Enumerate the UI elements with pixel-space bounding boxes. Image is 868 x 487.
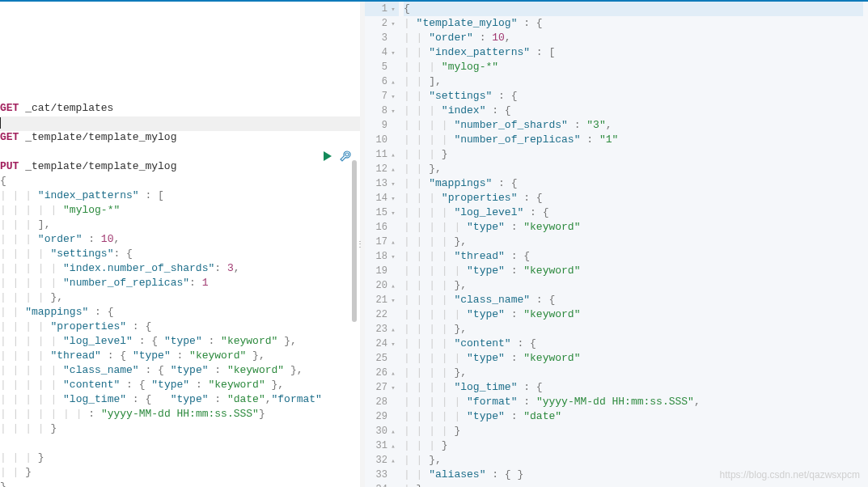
code-line[interactable]: | | | | "content" : { xyxy=(404,337,863,351)
code-line[interactable]: | | "order" : 10, xyxy=(404,31,863,45)
code-line[interactable]: | | | ], xyxy=(0,218,360,233)
code-line[interactable]: | | | } xyxy=(404,438,863,453)
request-editor[interactable]: GET _cat/templatesGET _template/template… xyxy=(0,2,360,487)
code-line[interactable]: | | | | "properties" : { xyxy=(0,320,360,335)
response-code: {| "template_mylog" : {| | "order" : 10,… xyxy=(404,2,868,487)
gutter-line: 29 xyxy=(365,409,399,424)
gutter-line: 32▴ xyxy=(365,453,399,468)
code-line[interactable]: | | | | | "index.number_of_shards": 3, xyxy=(0,262,360,277)
gutter-line: 20▴ xyxy=(365,278,399,293)
gutter-line: 24▾ xyxy=(365,337,399,351)
code-line[interactable]: | | | | "log_time" : { xyxy=(404,380,863,395)
code-line[interactable]: | | | | "log_level" : { xyxy=(404,205,863,220)
code-line[interactable]: | | "settings" : { xyxy=(404,89,863,104)
gutter-line: 30▴ xyxy=(365,424,399,438)
gutter-line: 1▾ xyxy=(365,2,399,16)
code-line[interactable]: | | | | | "type" : "keyword" xyxy=(404,307,863,322)
code-line[interactable]: | | | | "class_name" : { xyxy=(404,293,863,307)
gutter-line: 21▾ xyxy=(365,293,399,307)
gutter-line: 15▾ xyxy=(365,205,399,220)
code-line[interactable] xyxy=(0,146,360,160)
code-line[interactable]: | | | | } xyxy=(404,424,863,438)
line-actions xyxy=(322,150,351,162)
gutter-line: 9 xyxy=(365,118,399,133)
code-line[interactable] xyxy=(0,116,360,131)
gutter-line: 19 xyxy=(365,264,399,278)
code-line[interactable]: | | | "order" : 10, xyxy=(0,233,360,248)
gutter-line: 14▾ xyxy=(365,191,399,205)
gutter-line: 31▴ xyxy=(365,438,399,453)
code-line[interactable] xyxy=(0,437,360,451)
gutter-line: 26▴ xyxy=(365,366,399,380)
code-line[interactable]: | | | | "thread" : { "type" : "keyword" … xyxy=(0,349,360,364)
code-line[interactable]: | | | | } xyxy=(0,422,360,437)
code-line[interactable]: | | "index_patterns" : [ xyxy=(404,45,863,60)
gutter-line: 7▾ xyxy=(365,89,399,104)
code-line[interactable] xyxy=(0,58,360,73)
code-line[interactable]: | | }, xyxy=(404,453,863,468)
code-line[interactable]: | | | | "number_of_shards" : "3", xyxy=(404,118,863,133)
code-line[interactable]: | | "mappings" : { xyxy=(0,306,360,320)
gutter-line: 12▴ xyxy=(365,162,399,176)
gutter-line: 28 xyxy=(365,395,399,409)
gutter-line: 3 xyxy=(365,31,399,45)
code-line[interactable]: | | }, xyxy=(404,162,863,176)
code-line[interactable]: | | | | | | | : "yyyy-MM-dd HH:mm:ss.SSS… xyxy=(0,408,360,422)
code-line[interactable]: | | | | | "class_name" : { "type" : "key… xyxy=(0,364,360,379)
code-line[interactable]: | | | | }, xyxy=(404,322,863,337)
code-line[interactable]: | | | | | "number_of_replicas": 1 xyxy=(0,277,360,291)
play-icon[interactable] xyxy=(322,150,333,162)
code-line[interactable]: | | | "mylog-*" xyxy=(404,60,863,74)
response-viewer[interactable]: 1▾2▾34▾56▴7▾8▾91011▴12▴13▾14▾15▾1617▴18▾… xyxy=(365,2,868,487)
code-line[interactable]: | | | | | "type" : "keyword" xyxy=(404,220,863,235)
code-line[interactable]: | | } xyxy=(0,466,360,481)
gutter-line: 4▾ xyxy=(365,45,399,60)
code-line[interactable]: | | | | | "type" : "date" xyxy=(404,409,863,424)
gutter-line: 23▴ xyxy=(365,322,399,337)
gutter-line: 5 xyxy=(365,60,399,74)
code-line[interactable] xyxy=(0,87,360,102)
code-line[interactable]: { xyxy=(404,2,863,16)
gutter-line: 34▴ xyxy=(365,482,399,487)
gutter-line: 18▾ xyxy=(365,249,399,264)
gutter-line: 11▴ xyxy=(365,147,399,162)
line-gutter: 1▾2▾34▾56▴7▾8▾91011▴12▴13▾14▾15▾1617▴18▾… xyxy=(365,2,404,487)
code-line[interactable]: { xyxy=(0,175,360,189)
code-line[interactable]: | "template_mylog" : { xyxy=(404,16,863,31)
code-line[interactable]: | | | | | "content" : { "type" : "keywor… xyxy=(0,379,360,393)
code-line[interactable]: | | "aliases" : { } xyxy=(404,468,863,482)
gutter-line: 10 xyxy=(365,133,399,147)
code-line[interactable]: | | | | }, xyxy=(0,291,360,306)
code-line[interactable]: | | "mappings" : { xyxy=(404,176,863,191)
code-line[interactable]: | | | | | "mylog-*" xyxy=(0,204,360,218)
code-line[interactable]: | | | | | "type" : "keyword" xyxy=(404,264,863,278)
code-line[interactable]: | | | | | "type" : "keyword" xyxy=(404,351,863,366)
code-line[interactable]: | | | | "number_of_replicas" : "1" xyxy=(404,133,863,147)
code-line[interactable]: | | | } xyxy=(404,147,863,162)
code-line[interactable]: GET _template/template_mylog xyxy=(0,131,360,146)
code-line[interactable]: GET _cat/templates xyxy=(0,102,360,116)
code-line[interactable]: | | | | | "log_level" : { "type" : "keyw… xyxy=(0,335,360,349)
code-line[interactable]: | | | "properties" : { xyxy=(404,191,863,205)
gutter-line: 6▴ xyxy=(365,74,399,89)
gutter-line: 17▴ xyxy=(365,235,399,249)
code-line[interactable]: | | | | }, xyxy=(404,366,863,380)
code-line[interactable]: | | | } xyxy=(0,451,360,466)
code-line[interactable]: | | | "index" : { xyxy=(404,104,863,118)
code-line[interactable]: | } xyxy=(404,482,863,487)
wrench-icon[interactable] xyxy=(340,150,351,162)
code-line[interactable]: | | ], xyxy=(404,74,863,89)
code-line[interactable]: | | | | | "log_time" : { "type" : "date"… xyxy=(0,393,360,408)
code-line[interactable]: } xyxy=(0,481,360,487)
code-line[interactable]: | | | | }, xyxy=(404,278,863,293)
code-line[interactable]: | | | | }, xyxy=(404,235,863,249)
code-line[interactable]: PUT _template/template_mylog xyxy=(0,160,360,175)
gutter-line: 13▾ xyxy=(365,176,399,191)
code-line[interactable]: | | | "index_patterns" : [ xyxy=(0,189,360,204)
code-line[interactable]: | | | | | "format" : "yyyy-MM-dd HH:mm:s… xyxy=(404,395,863,409)
code-line[interactable] xyxy=(0,73,360,87)
gutter-line: 2▾ xyxy=(365,16,399,31)
code-line[interactable]: | | | | "thread" : { xyxy=(404,249,863,264)
code-line[interactable]: | | | | "settings": { xyxy=(0,248,360,262)
gutter-line: 25 xyxy=(365,351,399,366)
